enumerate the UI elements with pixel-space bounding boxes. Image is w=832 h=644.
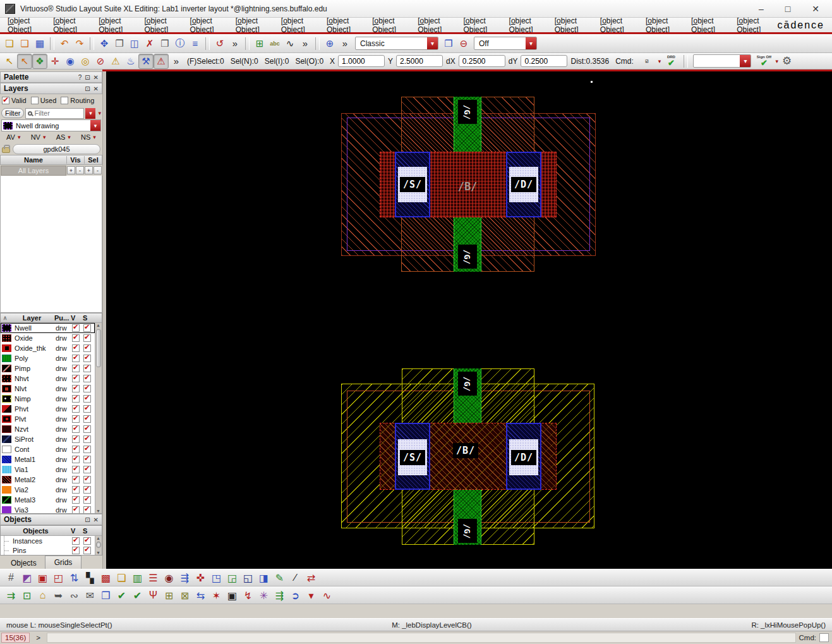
filter-button[interactable]: Filter — [1, 108, 24, 118]
layer-row[interactable]: Via2 drw — [1, 485, 95, 495]
command-input[interactable] — [47, 633, 796, 643]
dx-field[interactable] — [459, 55, 505, 67]
layer-row[interactable]: Oxide_thk drw — [1, 343, 95, 353]
ladder-icon[interactable]: ☰ — [145, 570, 161, 585]
blocks-icon[interactable]: ▩ — [98, 570, 114, 585]
copy-icon[interactable]: ❐ — [112, 36, 127, 51]
selectability-checkbox[interactable] — [83, 547, 91, 554]
visibility-checkbox[interactable] — [72, 344, 80, 352]
layer-row[interactable]: Via3 drw — [1, 505, 95, 514]
layer-row[interactable]: Poly drw — [1, 353, 95, 363]
more-icon[interactable]: » — [169, 54, 184, 69]
visibility-checkbox[interactable] — [72, 405, 80, 413]
bars-icon[interactable]: ▥ — [130, 570, 145, 585]
reshape-icon[interactable]: ↺ — [212, 36, 227, 51]
layer-row[interactable]: Phvt drw — [1, 404, 95, 414]
nmos-source-contact[interactable]: /S/ — [395, 423, 430, 490]
select-net-icon[interactable]: ◎ — [78, 54, 93, 69]
layer-row[interactable]: Nwell drw — [1, 323, 95, 333]
ring-icon[interactable]: ◰ — [51, 570, 66, 585]
column-name[interactable]: Name — [1, 156, 66, 164]
palette-header[interactable]: Palette ? ⊡ ✕ — [0, 71, 102, 83]
gate-pin-label[interactable]: /G/ — [458, 100, 477, 124]
column-objects[interactable]: Objects — [1, 527, 71, 535]
layer-row[interactable]: Cont drw — [1, 444, 95, 454]
drain-pin-label[interactable]: /D/ — [511, 450, 536, 465]
layer-row[interactable]: Pimp drw — [1, 363, 95, 374]
contact-cut[interactable]: /S/ — [398, 439, 427, 475]
swap-pins-icon[interactable]: ⇆ — [193, 588, 208, 603]
more-icon[interactable]: » — [227, 36, 243, 51]
group-select-icon[interactable]: ❖ — [32, 54, 47, 69]
visibility-checkbox[interactable] — [72, 496, 80, 504]
object-row[interactable]: Instances — [1, 536, 102, 545]
monitor-icon[interactable]: ▣ — [224, 588, 240, 603]
pmos-source-contact[interactable]: /S/ — [395, 152, 430, 217]
fit-icon[interactable]: ◱ — [240, 570, 256, 585]
dropdown-arrow-icon[interactable] — [90, 120, 100, 131]
close-icon[interactable]: ✕ — [93, 516, 99, 523]
source-pin-label[interactable]: /S/ — [400, 450, 425, 465]
sel-plus-button[interactable]: + — [85, 166, 93, 174]
quick-visibility-button[interactable]: NS — [81, 133, 96, 141]
flow-icon[interactable]: ⇶ — [272, 588, 287, 603]
nmos-drain-contact[interactable]: /D/ — [506, 423, 541, 490]
lock-icon[interactable] — [2, 147, 10, 153]
separator[interactable] — [315, 37, 320, 50]
float-icon[interactable]: ⊡ — [85, 74, 90, 81]
selectability-checkbox[interactable] — [83, 537, 91, 545]
selectability-checkbox[interactable] — [83, 415, 91, 423]
layout-canvas[interactable]: /S/ /D/ /G/ /G/ /B/ /S/ /D/ /G/ /G/ /B/ — [106, 71, 832, 569]
marker-icon[interactable]: ⚠ — [154, 54, 169, 69]
stretch-icon[interactable]: ◫ — [127, 36, 142, 51]
selectability-checkbox[interactable] — [83, 466, 91, 473]
redo-icon[interactable]: ↷ — [72, 36, 87, 51]
vis-plus-button[interactable]: + — [67, 166, 75, 174]
column-layer[interactable]: Layer — [9, 314, 54, 322]
visibility-checkbox[interactable] — [72, 547, 80, 554]
visibility-checkbox[interactable] — [72, 506, 80, 514]
selectability-checkbox[interactable] — [83, 506, 91, 514]
scrollbar-thumb[interactable] — [96, 542, 101, 548]
palette-tab[interactable]: Objects — [4, 557, 44, 569]
send-icon[interactable]: ➲ — [287, 588, 303, 603]
dropdown-arrow-icon[interactable] — [658, 58, 661, 64]
layer-tree-area[interactable] — [0, 176, 102, 313]
properties-icon[interactable]: ❒ — [157, 36, 172, 51]
layer-row[interactable]: Plvt drw — [1, 414, 95, 424]
fork-icon[interactable]: Ψ — [145, 588, 161, 603]
float-icon[interactable]: ⊡ — [85, 516, 90, 523]
vis-minus-button[interactable]: - — [76, 166, 84, 174]
visibility-checkbox[interactable] — [72, 324, 80, 332]
dropdown-arrow-icon[interactable] — [427, 37, 438, 49]
selectability-checkbox[interactable] — [83, 486, 91, 494]
save-icon[interactable]: ▦ — [32, 36, 47, 51]
gravity-icon[interactable]: ✛ — [47, 54, 63, 69]
used-checkbox[interactable] — [31, 97, 39, 104]
layer-row[interactable]: Oxide drw — [1, 333, 95, 343]
visibility-checkbox[interactable] — [72, 466, 80, 473]
move-icon[interactable]: ✥ — [97, 36, 112, 51]
selectability-checkbox[interactable] — [83, 395, 91, 403]
column-purpose[interactable]: Pu... — [54, 314, 71, 322]
sel-minus-button[interactable]: - — [93, 166, 102, 174]
objects-header[interactable]: Objects ⊡ ✕ — [0, 514, 102, 525]
selectability-checkbox[interactable] — [83, 425, 91, 433]
folder-add-icon[interactable]: ❏ — [114, 570, 130, 585]
save-workspace-icon[interactable]: ❒ — [441, 36, 456, 51]
visibility-checkbox[interactable] — [72, 375, 80, 382]
layer-row[interactable]: Metal1 drw — [1, 454, 95, 465]
close-icon[interactable]: ✕ — [93, 85, 99, 92]
scatter-icon[interactable]: ✳ — [256, 588, 272, 603]
drain-pin-label[interactable]: /D/ — [511, 177, 536, 192]
column-v[interactable]: V — [71, 527, 83, 535]
selectability-checkbox[interactable] — [83, 476, 91, 483]
partial-select-icon[interactable]: ↖ — [17, 54, 32, 69]
copy-net-icon[interactable]: ❒ — [98, 588, 114, 603]
visibility-checkbox[interactable] — [72, 425, 80, 433]
bolt-icon[interactable]: ↯ — [240, 588, 256, 603]
object-row[interactable]: Pins — [1, 545, 102, 555]
selectability-checkbox[interactable] — [83, 385, 91, 392]
visibility-checkbox[interactable] — [72, 537, 80, 545]
quick-visibility-button[interactable]: AV — [6, 133, 20, 141]
